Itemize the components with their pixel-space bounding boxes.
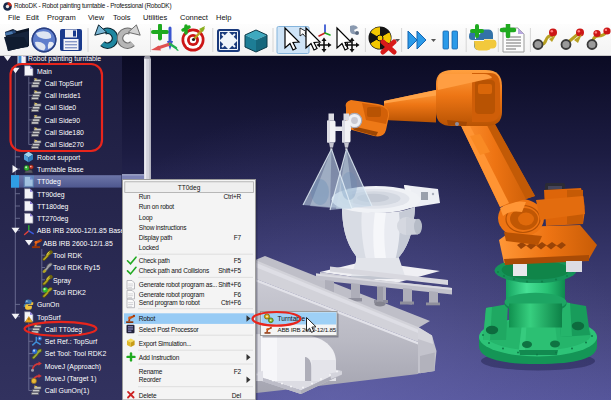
svg-text:Generate robot program as...: Generate robot program as... [139, 281, 218, 289]
svg-text:Display path: Display path [139, 234, 173, 242]
svg-text:Set Ref.: TopSurf: Set Ref.: TopSurf [45, 338, 97, 346]
svg-text:TT0deg: TT0deg [178, 184, 201, 192]
svg-text:MoveJ (Approach): MoveJ (Approach) [45, 363, 101, 371]
svg-text:Call Side180: Call Side180 [45, 129, 84, 136]
svg-text:Show instructions: Show instructions [139, 224, 187, 231]
svg-text:F5: F5 [234, 257, 242, 264]
svg-text:Call TT0deg: Call TT0deg [45, 326, 83, 334]
svg-text:Robot painting turntable: Robot painting turntable [28, 56, 101, 63]
svg-text:F6: F6 [234, 291, 242, 298]
svg-text:Check path: Check path [139, 257, 170, 265]
svg-text:Tool RDK2: Tool RDK2 [53, 289, 86, 296]
svg-text:Robot support: Robot support [37, 154, 80, 162]
svg-text:Send program to robot: Send program to robot [139, 299, 200, 307]
svg-text:Robot: Robot [139, 315, 156, 322]
svg-text:TT180deg: TT180deg [37, 203, 69, 211]
svg-text:Spray: Spray [53, 277, 72, 285]
svg-text:Call Side0: Call Side0 [45, 104, 77, 111]
svg-text:Call Side270: Call Side270 [45, 141, 84, 148]
svg-text:Run: Run [139, 193, 151, 200]
svg-text:TT270deg: TT270deg [37, 215, 69, 223]
svg-text:ABB IRB 2600-12/1.85 Base: ABB IRB 2600-12/1.85 Base [37, 227, 125, 234]
svg-text:Call Side90: Call Side90 [45, 117, 80, 124]
svg-text:Ctrl+R: Ctrl+R [224, 193, 242, 200]
svg-text:Generate robot program: Generate robot program [139, 291, 204, 299]
svg-text:Delete: Delete [139, 392, 157, 399]
svg-text:F7: F7 [234, 234, 242, 241]
svg-text:Export Simulation...: Export Simulation... [139, 340, 192, 348]
svg-text:Set Tool: Tool RDK2: Set Tool: Tool RDK2 [45, 350, 107, 357]
svg-text:Select Post Processor: Select Post Processor [139, 326, 200, 333]
svg-text:Tool RDK: Tool RDK [53, 252, 83, 259]
svg-text:Tool RDK Ry15: Tool RDK Ry15 [53, 264, 100, 272]
svg-text:F2: F2 [234, 368, 242, 375]
svg-text:Main: Main [37, 68, 52, 75]
svg-text:Call TopSurf: Call TopSurf [45, 80, 82, 88]
svg-text:Locked: Locked [139, 244, 159, 251]
svg-text:MoveJ (Target 1): MoveJ (Target 1) [45, 375, 97, 383]
svg-text:Ctrl+F6: Ctrl+F6 [221, 299, 242, 306]
svg-text:Turntable Base: Turntable Base [37, 166, 84, 173]
svg-text:Shift+F6: Shift+F6 [218, 281, 241, 288]
svg-text:Add Instruction: Add Instruction [139, 354, 180, 361]
svg-text:Call GunOn(1): Call GunOn(1) [45, 387, 89, 395]
svg-text:TT0deg: TT0deg [37, 178, 61, 186]
svg-text:GunOn: GunOn [37, 301, 59, 308]
svg-text:Loop: Loop [139, 214, 153, 222]
svg-text:Check path and Collisions: Check path and Collisions [139, 267, 210, 275]
svg-text:ABB IRB 2600-12/1.85: ABB IRB 2600-12/1.85 [43, 240, 113, 247]
svg-text:Run on robot: Run on robot [139, 203, 175, 210]
svg-text:Rename: Rename [139, 368, 163, 375]
svg-text:Reorder: Reorder [139, 376, 162, 383]
svg-text:TT90deg: TT90deg [37, 191, 65, 199]
svg-text:TopSurf: TopSurf [37, 314, 61, 322]
svg-text:Del: Del [232, 392, 242, 399]
svg-text:Call Inside1: Call Inside1 [45, 92, 81, 99]
svg-text:Shift+F5: Shift+F5 [218, 267, 241, 274]
